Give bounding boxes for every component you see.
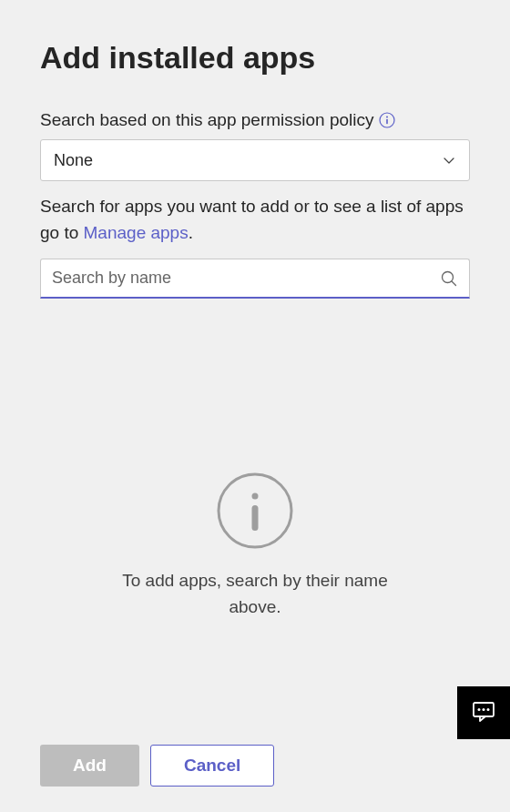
svg-point-11	[487, 708, 490, 711]
search-input[interactable]	[52, 269, 433, 288]
policy-label-row: Search based on this app permission poli…	[40, 110, 470, 130]
add-button[interactable]: Add	[40, 745, 139, 787]
button-row: Add Cancel	[40, 745, 274, 787]
svg-point-3	[443, 271, 454, 282]
svg-point-9	[478, 708, 481, 711]
search-box[interactable]	[40, 259, 470, 299]
page-title: Add installed apps	[40, 40, 470, 76]
svg-rect-7	[252, 505, 259, 531]
policy-dropdown[interactable]: None	[40, 139, 470, 181]
policy-field-group: Search based on this app permission poli…	[40, 110, 470, 181]
feedback-widget[interactable]	[457, 686, 510, 739]
svg-line-4	[452, 281, 455, 285]
svg-point-6	[252, 493, 259, 500]
helper-text: Search for apps you want to add or to se…	[40, 194, 470, 246]
svg-point-1	[386, 117, 388, 118]
empty-state-message: To add apps, search by their name above.	[118, 568, 392, 620]
info-icon[interactable]	[379, 112, 395, 128]
chevron-down-icon	[442, 153, 456, 167]
cancel-button[interactable]: Cancel	[150, 745, 274, 787]
helper-suffix: .	[189, 223, 193, 242]
svg-point-10	[483, 708, 485, 711]
empty-state: To add apps, search by their name above.	[40, 472, 470, 620]
manage-apps-link[interactable]: Manage apps	[84, 223, 189, 242]
search-icon[interactable]	[440, 269, 458, 288]
feedback-icon	[471, 698, 496, 727]
svg-rect-2	[387, 119, 389, 125]
info-large-icon	[216, 472, 294, 553]
policy-field-label: Search based on this app permission poli…	[40, 110, 373, 130]
policy-dropdown-value: None	[54, 151, 93, 170]
